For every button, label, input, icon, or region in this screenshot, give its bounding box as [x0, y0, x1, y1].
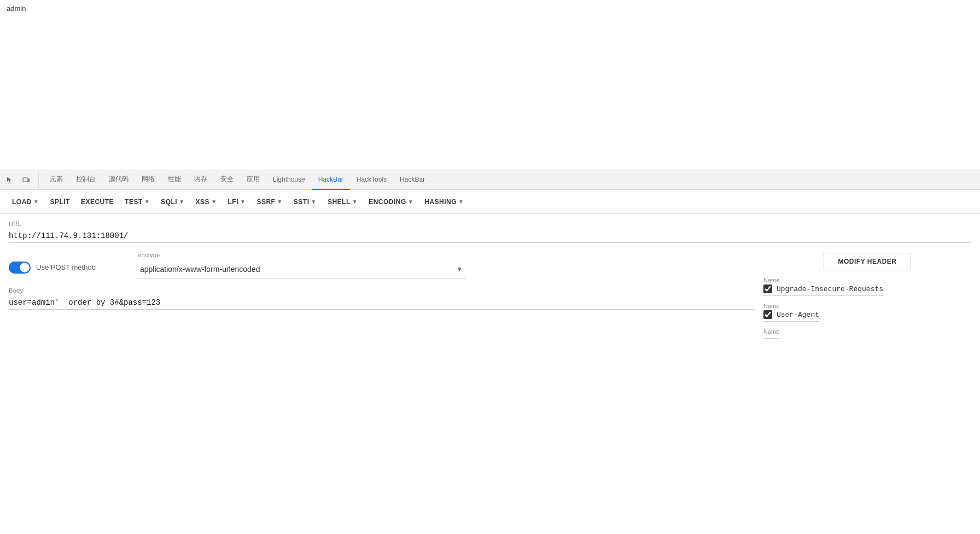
execute-button[interactable]: EXECUTE [75, 195, 119, 209]
encoding-button[interactable]: ENCODING ▼ [363, 195, 419, 209]
header-row-2: Name [763, 328, 779, 339]
ssrf-arrow: ▼ [277, 199, 282, 205]
tab-icon-group [2, 172, 39, 188]
tab-network[interactable]: 网络 [135, 170, 161, 190]
header-name-with-checkbox-2 [763, 336, 779, 339]
header-name-label-2: Name [763, 328, 779, 335]
url-input[interactable] [9, 229, 971, 243]
ssti-arrow: ▼ [311, 199, 317, 205]
load-arrow: ▼ [33, 199, 39, 205]
body-input[interactable] [9, 296, 755, 310]
page-content: admin [0, 0, 980, 170]
post-method-label: Use POST method [36, 263, 96, 271]
xss-button[interactable]: XSS ▼ [190, 195, 223, 209]
tab-hackbar2[interactable]: HackBar [393, 170, 431, 190]
body-section: Body [9, 287, 755, 310]
header-value-0: Upgrade-Insecure-Requests [777, 285, 883, 293]
shell-button[interactable]: SHELL ▼ [322, 195, 363, 209]
header-value-1: User-Agent [777, 311, 819, 319]
hackbar-toolbar: LOAD ▼ SPLIT EXECUTE TEST ▼ SQLI ▼ XSS ▼… [0, 190, 980, 214]
tab-security[interactable]: 安全 [214, 170, 240, 190]
tab-console[interactable]: 控制台 [69, 170, 102, 190]
enctype-label: enctype [138, 252, 466, 258]
hashing-arrow: ▼ [458, 199, 464, 205]
post-toggle-group: Use POST method [9, 257, 129, 274]
url-section: URL [9, 220, 971, 243]
devtools-panel: 元素 控制台 源代码 网络 性能 内存 安全 应用 Lighthouse Hac… [0, 170, 980, 352]
tab-performance[interactable]: 性能 [161, 170, 188, 190]
header-name-with-checkbox-1: User-Agent [763, 310, 819, 322]
header-checkbox-0[interactable] [763, 285, 772, 293]
test-button[interactable]: TEST ▼ [119, 195, 155, 209]
enctype-select[interactable]: application/x-www-form-urlencoded multip… [138, 260, 466, 278]
split-button[interactable]: SPLIT [44, 195, 75, 209]
url-label: URL [9, 220, 971, 227]
post-row: Use POST method enctype application/x-ww… [9, 252, 971, 345]
header-name-label-1: Name [763, 303, 819, 309]
load-button[interactable]: LOAD ▼ [7, 195, 44, 209]
shell-arrow: ▼ [352, 199, 358, 205]
device-toggle-icon-btn[interactable] [19, 172, 34, 188]
header-name-with-checkbox-0: Upgrade-Insecure-Requests [763, 285, 883, 296]
admin-text: admin [7, 4, 26, 13]
tab-hacktools[interactable]: HackTools [350, 170, 393, 190]
lfi-button[interactable]: LFI ▼ [223, 195, 252, 209]
tab-elements[interactable]: 元素 [43, 170, 69, 190]
modify-header-button[interactable]: MODIFY HEADER [824, 253, 911, 270]
svg-rect-1 [28, 179, 30, 182]
tab-bar: 元素 控制台 源代码 网络 性能 内存 安全 应用 Lighthouse Hac… [0, 170, 980, 190]
tab-hackbar[interactable]: HackBar [312, 170, 350, 190]
hashing-button[interactable]: HASHING ▼ [419, 195, 469, 209]
body-label: Body [9, 287, 755, 294]
hackbar-body: URL Use POST method [0, 214, 980, 352]
xss-arrow: ▼ [211, 199, 217, 205]
tab-memory[interactable]: 内存 [188, 170, 214, 190]
left-section: Use POST method enctype application/x-ww… [9, 252, 755, 310]
header-name-label-0: Name [763, 277, 883, 283]
post-method-toggle[interactable] [9, 262, 31, 274]
header-checkbox-1[interactable] [763, 310, 772, 319]
lfi-arrow: ▼ [240, 199, 246, 205]
svg-rect-0 [23, 178, 28, 182]
cursor-icon-btn[interactable] [2, 172, 18, 188]
tab-lighthouse[interactable]: Lighthouse [266, 170, 312, 190]
header-row-0: Name Upgrade-Insecure-Requests [763, 277, 883, 296]
ssrf-button[interactable]: SSRF ▼ [251, 195, 288, 209]
tab-sources[interactable]: 源代码 [102, 170, 135, 190]
enctype-group: enctype application/x-www-form-urlencode… [138, 252, 466, 278]
ssti-button[interactable]: SSTI ▼ [288, 195, 322, 209]
sqli-button[interactable]: SQLI ▼ [155, 195, 190, 209]
enctype-select-wrap: application/x-www-form-urlencoded multip… [138, 260, 466, 278]
tab-application[interactable]: 应用 [240, 170, 266, 190]
sqli-arrow: ▼ [179, 199, 184, 205]
encoding-arrow: ▼ [408, 199, 413, 205]
test-arrow: ▼ [144, 199, 150, 205]
header-row-1: Name User-Agent [763, 303, 819, 322]
right-section: MODIFY HEADER Name Upgrade-Insecure-Requ… [763, 252, 971, 345]
modify-header-row: MODIFY HEADER [763, 252, 971, 270]
